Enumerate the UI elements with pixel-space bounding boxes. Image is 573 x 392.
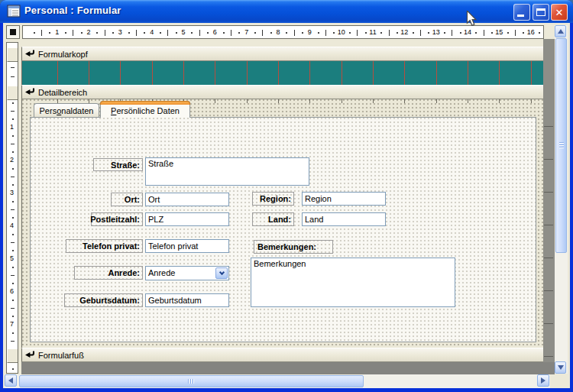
ruler-tick	[12, 151, 14, 153]
ruler-tick	[491, 32, 493, 34]
ruler-tick	[11, 242, 15, 243]
postleitzahl-label[interactable]: Postleitzahl:	[91, 212, 143, 226]
ruler-tick	[12, 250, 14, 251]
form-icon	[7, 5, 21, 18]
ruler-number: 6	[10, 287, 14, 295]
anrede-combobox[interactable]: Anrede	[145, 266, 229, 280]
ruler-tick	[12, 168, 14, 170]
minimize-icon	[517, 15, 524, 17]
ruler-section-box	[7, 47, 18, 62]
grid-tick	[544, 126, 553, 127]
telefon-privat-label[interactable]: Telefon privat:	[66, 239, 143, 253]
ruler-number: 12	[400, 28, 408, 36]
ruler-number: 8	[276, 28, 280, 36]
form-header-section-bar[interactable]: Formularkopf	[21, 47, 543, 61]
ruler-tick	[112, 32, 114, 34]
detail-section-bar[interactable]: Detailbereich	[21, 85, 543, 99]
ruler-tick	[444, 32, 445, 34]
geburtsdatum-textbox[interactable]	[145, 293, 229, 307]
ruler-tick	[413, 32, 414, 34]
horizontal-scrollbar-thumb[interactable]	[19, 375, 364, 387]
vertical-ruler[interactable]: 1234567	[6, 42, 18, 374]
scrollbar-corner	[555, 375, 568, 388]
ruler-tick	[484, 30, 484, 36]
horizontal-ruler[interactable]: 12345678910111213141516	[22, 25, 544, 39]
ruler-tick	[144, 32, 145, 34]
grid-tick	[544, 258, 553, 258]
ruler-tick	[460, 32, 461, 34]
ruler-tick	[270, 32, 272, 34]
ruler-tick	[12, 118, 14, 120]
mouse-cursor	[466, 11, 477, 27]
ruler-section-box	[7, 86, 18, 100]
region-label[interactable]: Region:	[252, 192, 294, 206]
grid-line	[499, 61, 500, 85]
scroll-down-button[interactable]	[555, 361, 566, 374]
scroll-left-button[interactable]	[5, 374, 17, 387]
ruler-tick	[325, 30, 326, 36]
detail-section-grid[interactable]: Personaldaten Persönliche Daten Straße: …	[21, 99, 543, 348]
bemerkungen-label[interactable]: Bemerkungen:	[254, 240, 333, 254]
minimize-button[interactable]	[513, 4, 530, 21]
tab-label: Personaldaten	[40, 106, 94, 115]
ruler-tick	[49, 32, 50, 34]
form-selector-button[interactable]	[6, 25, 20, 39]
ruler-number: 5	[10, 254, 14, 262]
ruler-tick	[105, 30, 105, 36]
land-textbox[interactable]	[302, 212, 386, 226]
form-header-grid[interactable]	[21, 61, 543, 85]
ort-textbox[interactable]	[145, 193, 229, 206]
form-selector-icon	[10, 29, 16, 35]
grid-tick	[544, 159, 553, 160]
title-bar[interactable]: Personal : Formular ✕	[0, 0, 573, 23]
ruler-tick	[65, 32, 66, 34]
tab-personaldaten[interactable]: Personaldaten	[34, 103, 99, 117]
ruler-tick	[11, 111, 15, 112]
ruler-number: 7	[10, 320, 14, 328]
grid-line	[183, 61, 184, 85]
grid-tick	[436, 99, 437, 103]
ruler-tick	[12, 184, 14, 186]
vertical-scrollbar-thumb[interactable]	[555, 38, 567, 253]
ruler-tick	[12, 217, 14, 219]
grid-line	[468, 61, 468, 85]
grid-line	[215, 61, 215, 85]
land-label[interactable]: Land:	[252, 212, 294, 226]
ruler-tick	[11, 308, 15, 309]
tab-persoenliche-daten[interactable]: Persönliche Daten	[100, 101, 190, 118]
ruler-tick	[12, 102, 14, 104]
scroll-up-button[interactable]	[555, 25, 566, 37]
ruler-tick	[136, 30, 137, 36]
geburtsdatum-label[interactable]: Geburtsdatum:	[64, 293, 143, 307]
ruler-tick	[515, 30, 516, 36]
ort-label[interactable]: Ort:	[111, 193, 143, 206]
ruler-number: 5	[182, 28, 186, 36]
close-button[interactable]: ✕	[551, 4, 568, 21]
grid-line	[278, 61, 279, 85]
ruler-number: 9	[308, 28, 312, 36]
strasse-textbox[interactable]: Straße	[145, 157, 309, 186]
form-footer-section-bar[interactable]: Formularfuß	[21, 348, 543, 362]
strasse-label[interactable]: Straße:	[93, 158, 143, 171]
scroll-right-button[interactable]	[537, 374, 549, 387]
form-footer-section-label: Formularfuß	[38, 351, 84, 360]
tab-page-persoenliche-daten: Straße: Straße Ort: Region: Postleitzahl…	[30, 117, 536, 342]
ruler-tick	[380, 32, 382, 34]
ruler-number: 6	[213, 28, 217, 36]
bemerkungen-textbox[interactable]: Bemerkungen	[251, 258, 455, 307]
grid-tick	[531, 99, 532, 103]
grid-tick	[247, 99, 248, 103]
anrede-label[interactable]: Anrede:	[74, 266, 143, 280]
maximize-button[interactable]	[533, 4, 549, 21]
ruler-tick	[11, 177, 15, 177]
combobox-dropdown-button[interactable]	[215, 267, 228, 279]
postleitzahl-textbox[interactable]	[145, 212, 229, 226]
vertical-scrollbar[interactable]	[555, 25, 568, 374]
ruler-tick	[12, 368, 14, 370]
telefon-privat-textbox[interactable]	[145, 239, 229, 253]
horizontal-scrollbar[interactable]	[5, 374, 550, 388]
grid-line	[120, 61, 121, 85]
window-title: Personal : Formular	[24, 5, 121, 16]
region-textbox[interactable]	[302, 192, 386, 206]
ruler-tick	[452, 30, 452, 36]
